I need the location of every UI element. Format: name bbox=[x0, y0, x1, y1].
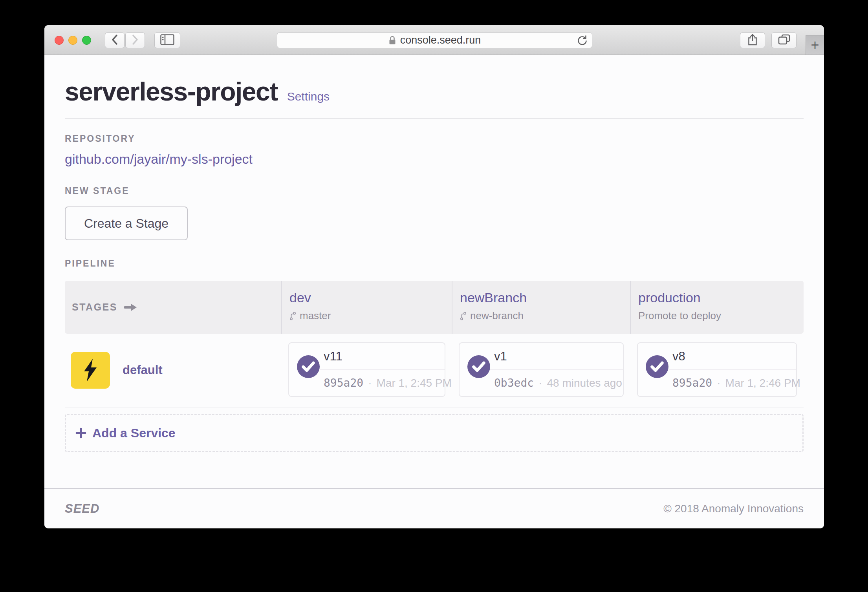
back-chevron-icon bbox=[110, 34, 119, 47]
pipeline-label: PIPELINE bbox=[65, 259, 804, 268]
stage-subtitle-text: Promote to deploy bbox=[638, 310, 721, 322]
close-window-button[interactable] bbox=[55, 36, 64, 45]
build-version: v11 bbox=[324, 349, 342, 364]
build-card-dev[interactable]: v11 895a20 · Mar 1, 2:45 PM bbox=[288, 342, 445, 397]
stages-label: STAGES bbox=[72, 301, 117, 313]
address-bar[interactable]: console.seed.run bbox=[277, 32, 592, 48]
lock-icon bbox=[388, 35, 396, 46]
refresh-button[interactable] bbox=[577, 35, 588, 46]
build-meta: 895a20 · Mar 1, 2:45 PM bbox=[324, 376, 452, 389]
stage-column-dev: dev master bbox=[281, 281, 452, 334]
card-divider bbox=[668, 369, 796, 370]
share-button[interactable] bbox=[740, 32, 765, 48]
share-icon bbox=[747, 33, 758, 48]
page-footer: SEED © 2018 Anomaly Innovations bbox=[44, 488, 824, 528]
copyright-text: © 2018 Anomaly Innovations bbox=[663, 502, 804, 515]
stage-column-production: production Promote to deploy bbox=[630, 281, 803, 334]
stages-header-cell: STAGES bbox=[65, 281, 281, 334]
sidebar-toggle-button[interactable] bbox=[154, 32, 180, 48]
checkmark-icon bbox=[650, 361, 664, 372]
build-meta: 895a20 · Mar 1, 2:46 PM bbox=[672, 376, 800, 389]
card-divider bbox=[490, 369, 623, 370]
stage-branch-text: master bbox=[300, 310, 331, 322]
git-branch-icon bbox=[289, 311, 296, 321]
stage-name-production[interactable]: production bbox=[638, 291, 701, 305]
build-cell-production: v8 895a20 · Mar 1, 2:46 PM bbox=[630, 334, 803, 407]
sidebar-icon bbox=[160, 34, 174, 47]
build-version: v1 bbox=[494, 349, 507, 364]
checkmark-icon bbox=[472, 361, 485, 372]
build-time: Mar 1, 2:45 PM bbox=[376, 377, 451, 389]
checkmark-icon bbox=[302, 361, 315, 372]
build-card-newbranch[interactable]: v1 0b3edc · 48 minutes ago bbox=[459, 342, 624, 397]
add-service-button[interactable]: Add a Service bbox=[65, 414, 804, 452]
create-stage-button[interactable]: Create a Stage bbox=[65, 206, 188, 240]
traffic-lights bbox=[55, 36, 91, 45]
build-status-badge bbox=[646, 355, 668, 378]
back-button[interactable] bbox=[105, 32, 125, 48]
page-content: serverless-project Settings REPOSITORY g… bbox=[44, 55, 824, 488]
stage-name-dev[interactable]: dev bbox=[289, 291, 311, 305]
stage-name-newbranch[interactable]: newBranch bbox=[460, 291, 527, 305]
seed-logo[interactable]: SEED bbox=[65, 502, 99, 516]
service-row: default v11 895a20 · Mar 1, 2:45 PM bbox=[65, 334, 804, 407]
new-tab-button[interactable]: + bbox=[806, 35, 824, 55]
commit-hash: 0b3edc bbox=[494, 376, 534, 389]
settings-link[interactable]: Settings bbox=[287, 91, 330, 102]
page-title: serverless-project bbox=[65, 79, 278, 104]
build-time: Mar 1, 2:46 PM bbox=[725, 377, 800, 389]
lightning-bolt-icon bbox=[82, 358, 99, 382]
browser-toolbar: console.seed.run bbox=[44, 25, 824, 55]
forward-chevron-icon bbox=[131, 34, 139, 47]
commit-hash: 895a20 bbox=[324, 376, 363, 389]
forward-button[interactable] bbox=[125, 32, 145, 48]
service-name[interactable]: default bbox=[123, 363, 163, 377]
url-text: console.seed.run bbox=[400, 34, 481, 46]
build-card-production[interactable]: v8 895a20 · Mar 1, 2:46 PM bbox=[637, 342, 797, 397]
stage-branch-dev: master bbox=[289, 310, 452, 322]
build-status-badge bbox=[297, 355, 320, 378]
build-cell-dev: v11 895a20 · Mar 1, 2:45 PM bbox=[281, 334, 452, 407]
right-arrow-icon bbox=[124, 302, 138, 312]
plus-icon bbox=[75, 428, 86, 439]
meta-separator: · bbox=[538, 377, 542, 389]
card-divider bbox=[320, 369, 445, 370]
stage-subtitle-production: Promote to deploy bbox=[638, 310, 803, 322]
browser-window: console.seed.run bbox=[44, 25, 824, 528]
build-time: 48 minutes ago bbox=[547, 377, 622, 389]
new-stage-label: NEW STAGE bbox=[65, 186, 804, 196]
minimize-window-button[interactable] bbox=[68, 36, 77, 45]
meta-separator: · bbox=[368, 377, 372, 389]
service-cell: default bbox=[65, 334, 281, 407]
build-version: v8 bbox=[672, 349, 685, 364]
build-meta: 0b3edc · 48 minutes ago bbox=[494, 376, 622, 389]
repository-link[interactable]: github.com/jayair/my-sls-project bbox=[65, 151, 253, 167]
service-avatar bbox=[71, 352, 110, 389]
zoom-window-button[interactable] bbox=[82, 36, 91, 45]
stage-branch-text: new-branch bbox=[470, 310, 524, 322]
title-divider bbox=[65, 118, 804, 119]
build-cell-newbranch: v1 0b3edc · 48 minutes ago bbox=[452, 334, 630, 407]
commit-hash: 895a20 bbox=[672, 376, 712, 389]
meta-separator: · bbox=[717, 377, 720, 389]
new-tab-plus-icon: + bbox=[811, 38, 819, 52]
stage-branch-newbranch: new-branch bbox=[460, 310, 630, 322]
git-branch-icon bbox=[460, 311, 467, 321]
add-service-label: Add a Service bbox=[92, 426, 176, 440]
repository-label: REPOSITORY bbox=[65, 134, 804, 143]
tab-overview-button[interactable] bbox=[771, 32, 797, 48]
build-status-badge bbox=[467, 355, 490, 378]
stage-column-newbranch: newBranch new-branch bbox=[452, 281, 630, 334]
pipeline-header: STAGES dev bbox=[65, 281, 804, 334]
page-header: serverless-project Settings bbox=[65, 79, 804, 104]
tab-overview-icon bbox=[778, 34, 790, 46]
